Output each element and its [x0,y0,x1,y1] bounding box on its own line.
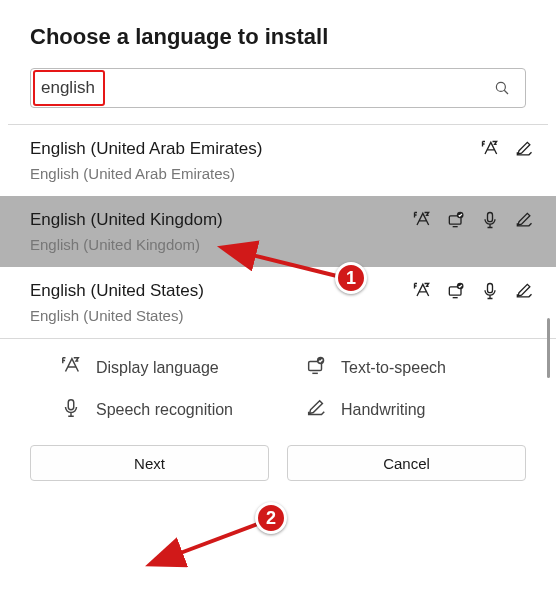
handwriting-icon [514,210,534,230]
annotation-badge-2: 2 [255,502,287,534]
display-language-icon [412,281,432,301]
legend-tts: Text-to-speech [305,355,526,381]
handwriting-icon [514,281,534,301]
item-secondary: English (United States) [30,307,534,324]
text-to-speech-icon [446,210,466,230]
legend-label: Handwriting [341,401,425,419]
dialog-buttons: Next Cancel [0,435,556,501]
cancel-button[interactable]: Cancel [287,445,526,481]
legend-label: Text-to-speech [341,359,446,377]
legend-label: Speech recognition [96,401,233,419]
feature-legend: Display language Text-to-speech Speech r… [0,339,556,435]
item-secondary: English (United Kingdom) [30,236,534,253]
display-language-icon [480,139,500,159]
search-icon [479,79,525,97]
page-title: Choose a language to install [30,24,526,50]
legend-display: Display language [60,355,281,381]
language-list: English (United Arab Emirates) English (… [0,125,556,339]
item-primary: English (United States) [30,281,412,301]
speech-recognition-icon [60,397,82,423]
speech-recognition-icon [480,210,500,230]
item-features [412,281,534,301]
item-secondary: English (United Arab Emirates) [30,165,534,182]
next-button[interactable]: Next [30,445,269,481]
header: Choose a language to install [0,0,556,62]
speech-recognition-icon [480,281,500,301]
legend-label: Display language [96,359,219,377]
search-box[interactable] [30,68,526,108]
text-to-speech-icon [305,355,327,381]
search-container [0,62,556,120]
item-features [480,139,534,159]
item-features [412,210,534,230]
item-primary: English (United Kingdom) [30,210,412,230]
text-to-speech-icon [446,281,466,301]
handwriting-icon [514,139,534,159]
search-input[interactable] [31,72,479,104]
list-item[interactable]: English (United Kingdom) English (United… [0,196,556,267]
list-item[interactable]: English (United Arab Emirates) English (… [0,125,556,196]
legend-speech: Speech recognition [60,397,281,423]
handwriting-icon [305,397,327,423]
display-language-icon [412,210,432,230]
scrollbar[interactable] [547,318,550,378]
display-language-icon [60,355,82,381]
svg-line-6 [175,520,268,555]
legend-handwriting: Handwriting [305,397,526,423]
item-primary: English (United Arab Emirates) [30,139,480,159]
list-item[interactable]: English (United States) English (United … [0,267,556,338]
